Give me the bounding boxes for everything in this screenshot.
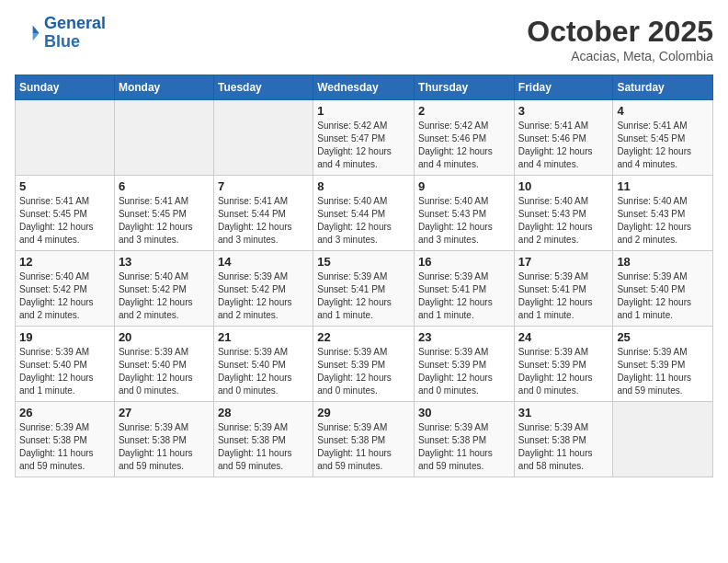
day-number: 27 bbox=[119, 406, 210, 419]
day-number: 1 bbox=[317, 104, 410, 118]
day-info: Sunrise: 5:40 AM Sunset: 5:43 PM Dayligh… bbox=[617, 195, 709, 247]
page-header: General Blue October 2025 Acacias, Meta,… bbox=[15, 15, 713, 63]
day-number: 20 bbox=[119, 330, 210, 344]
day-number: 17 bbox=[518, 255, 609, 269]
day-info: Sunrise: 5:39 AM Sunset: 5:40 PM Dayligh… bbox=[119, 346, 210, 397]
weekday-header: Friday bbox=[514, 75, 613, 100]
day-number: 25 bbox=[617, 330, 709, 344]
day-info: Sunrise: 5:39 AM Sunset: 5:38 PM Dayligh… bbox=[418, 421, 510, 473]
day-number: 13 bbox=[119, 255, 210, 269]
calendar-cell: 11Sunrise: 5:40 AM Sunset: 5:43 PM Dayli… bbox=[613, 176, 713, 251]
calendar-cell: 28Sunrise: 5:39 AM Sunset: 5:38 PM Dayli… bbox=[213, 402, 313, 477]
day-number: 7 bbox=[218, 179, 309, 193]
day-info: Sunrise: 5:39 AM Sunset: 5:39 PM Dayligh… bbox=[418, 346, 510, 397]
day-number: 12 bbox=[19, 255, 110, 269]
day-number: 22 bbox=[317, 330, 410, 344]
day-info: Sunrise: 5:41 AM Sunset: 5:44 PM Dayligh… bbox=[218, 195, 309, 247]
day-info: Sunrise: 5:39 AM Sunset: 5:39 PM Dayligh… bbox=[518, 346, 609, 397]
weekday-header: Saturday bbox=[613, 75, 713, 100]
calendar-cell: 4Sunrise: 5:41 AM Sunset: 5:45 PM Daylig… bbox=[613, 100, 713, 176]
calendar-cell: 7Sunrise: 5:41 AM Sunset: 5:44 PM Daylig… bbox=[213, 176, 313, 251]
calendar-cell: 2Sunrise: 5:42 AM Sunset: 5:46 PM Daylig… bbox=[415, 100, 515, 176]
calendar-cell: 1Sunrise: 5:42 AM Sunset: 5:47 PM Daylig… bbox=[313, 100, 415, 176]
calendar-cell: 8Sunrise: 5:40 AM Sunset: 5:44 PM Daylig… bbox=[313, 176, 415, 251]
day-info: Sunrise: 5:39 AM Sunset: 5:39 PM Dayligh… bbox=[317, 346, 410, 397]
day-number: 23 bbox=[418, 330, 510, 344]
calendar-cell: 30Sunrise: 5:39 AM Sunset: 5:38 PM Dayli… bbox=[415, 402, 515, 477]
calendar-week-row: 19Sunrise: 5:39 AM Sunset: 5:40 PM Dayli… bbox=[16, 327, 713, 402]
day-number: 10 bbox=[518, 179, 609, 193]
day-number: 8 bbox=[317, 179, 410, 193]
day-number: 2 bbox=[418, 104, 510, 118]
day-info: Sunrise: 5:39 AM Sunset: 5:38 PM Dayligh… bbox=[19, 421, 110, 473]
day-info: Sunrise: 5:40 AM Sunset: 5:44 PM Dayligh… bbox=[317, 195, 410, 247]
calendar-cell: 17Sunrise: 5:39 AM Sunset: 5:41 PM Dayli… bbox=[514, 251, 613, 327]
day-info: Sunrise: 5:39 AM Sunset: 5:40 PM Dayligh… bbox=[218, 346, 309, 397]
day-info: Sunrise: 5:39 AM Sunset: 5:38 PM Dayligh… bbox=[119, 421, 210, 473]
location-subtitle: Acacias, Meta, Colombia bbox=[527, 49, 713, 63]
day-info: Sunrise: 5:41 AM Sunset: 5:45 PM Dayligh… bbox=[617, 120, 709, 171]
day-number: 16 bbox=[418, 255, 510, 269]
day-info: Sunrise: 5:39 AM Sunset: 5:38 PM Dayligh… bbox=[317, 421, 410, 473]
day-info: Sunrise: 5:39 AM Sunset: 5:42 PM Dayligh… bbox=[218, 270, 309, 322]
calendar-week-row: 1Sunrise: 5:42 AM Sunset: 5:47 PM Daylig… bbox=[16, 100, 713, 176]
calendar-week-row: 26Sunrise: 5:39 AM Sunset: 5:38 PM Dayli… bbox=[16, 402, 713, 477]
month-year-title: October 2025 bbox=[527, 15, 713, 49]
day-number: 28 bbox=[218, 406, 309, 419]
calendar-cell: 24Sunrise: 5:39 AM Sunset: 5:39 PM Dayli… bbox=[514, 327, 613, 402]
day-info: Sunrise: 5:41 AM Sunset: 5:46 PM Dayligh… bbox=[518, 120, 609, 171]
calendar-table: SundayMondayTuesdayWednesdayThursdayFrid… bbox=[15, 75, 713, 477]
day-number: 31 bbox=[518, 406, 609, 419]
calendar-week-row: 12Sunrise: 5:40 AM Sunset: 5:42 PM Dayli… bbox=[16, 251, 713, 327]
title-block: October 2025 Acacias, Meta, Colombia bbox=[527, 15, 713, 63]
calendar-cell: 29Sunrise: 5:39 AM Sunset: 5:38 PM Dayli… bbox=[313, 402, 415, 477]
calendar-cell: 25Sunrise: 5:39 AM Sunset: 5:39 PM Dayli… bbox=[613, 327, 713, 402]
weekday-header: Thursday bbox=[415, 75, 515, 100]
logo-icon bbox=[15, 20, 40, 46]
calendar-cell bbox=[114, 100, 213, 176]
day-info: Sunrise: 5:39 AM Sunset: 5:41 PM Dayligh… bbox=[418, 270, 510, 322]
calendar-cell: 16Sunrise: 5:39 AM Sunset: 5:41 PM Dayli… bbox=[415, 251, 515, 327]
day-number: 4 bbox=[617, 104, 709, 118]
day-number: 11 bbox=[617, 179, 709, 193]
calendar-cell: 13Sunrise: 5:40 AM Sunset: 5:42 PM Dayli… bbox=[114, 251, 213, 327]
day-number: 18 bbox=[617, 255, 709, 269]
weekday-header: Tuesday bbox=[213, 75, 313, 100]
day-info: Sunrise: 5:39 AM Sunset: 5:40 PM Dayligh… bbox=[19, 346, 110, 397]
svg-marker-0 bbox=[33, 25, 40, 32]
day-number: 30 bbox=[418, 406, 510, 419]
calendar-cell: 20Sunrise: 5:39 AM Sunset: 5:40 PM Dayli… bbox=[114, 327, 213, 402]
calendar-cell bbox=[613, 402, 713, 477]
logo: General Blue bbox=[15, 15, 106, 52]
calendar-cell: 21Sunrise: 5:39 AM Sunset: 5:40 PM Dayli… bbox=[213, 327, 313, 402]
svg-marker-1 bbox=[33, 33, 40, 40]
weekday-header-row: SundayMondayTuesdayWednesdayThursdayFrid… bbox=[16, 75, 713, 100]
calendar-cell bbox=[213, 100, 313, 176]
day-number: 24 bbox=[518, 330, 609, 344]
calendar-cell: 15Sunrise: 5:39 AM Sunset: 5:41 PM Dayli… bbox=[313, 251, 415, 327]
day-number: 29 bbox=[317, 406, 410, 419]
day-info: Sunrise: 5:41 AM Sunset: 5:45 PM Dayligh… bbox=[119, 195, 210, 247]
day-info: Sunrise: 5:41 AM Sunset: 5:45 PM Dayligh… bbox=[19, 195, 110, 247]
calendar-cell: 26Sunrise: 5:39 AM Sunset: 5:38 PM Dayli… bbox=[16, 402, 115, 477]
day-number: 3 bbox=[518, 104, 609, 118]
day-info: Sunrise: 5:40 AM Sunset: 5:43 PM Dayligh… bbox=[518, 195, 609, 247]
calendar-cell: 18Sunrise: 5:39 AM Sunset: 5:40 PM Dayli… bbox=[613, 251, 713, 327]
day-number: 14 bbox=[218, 255, 309, 269]
day-info: Sunrise: 5:39 AM Sunset: 5:39 PM Dayligh… bbox=[617, 346, 709, 397]
weekday-header: Sunday bbox=[16, 75, 115, 100]
calendar-cell: 12Sunrise: 5:40 AM Sunset: 5:42 PM Dayli… bbox=[16, 251, 115, 327]
logo-general: General bbox=[44, 14, 106, 32]
day-number: 21 bbox=[218, 330, 309, 344]
day-info: Sunrise: 5:40 AM Sunset: 5:43 PM Dayligh… bbox=[418, 195, 510, 247]
day-info: Sunrise: 5:40 AM Sunset: 5:42 PM Dayligh… bbox=[119, 270, 210, 322]
weekday-header: Monday bbox=[114, 75, 213, 100]
calendar-cell: 14Sunrise: 5:39 AM Sunset: 5:42 PM Dayli… bbox=[213, 251, 313, 327]
calendar-cell: 22Sunrise: 5:39 AM Sunset: 5:39 PM Dayli… bbox=[313, 327, 415, 402]
day-info: Sunrise: 5:40 AM Sunset: 5:42 PM Dayligh… bbox=[19, 270, 110, 322]
day-info: Sunrise: 5:39 AM Sunset: 5:41 PM Dayligh… bbox=[317, 270, 410, 322]
logo-text: General Blue bbox=[44, 15, 106, 52]
day-info: Sunrise: 5:42 AM Sunset: 5:47 PM Dayligh… bbox=[317, 120, 410, 171]
day-number: 6 bbox=[119, 179, 210, 193]
weekday-header: Wednesday bbox=[313, 75, 415, 100]
